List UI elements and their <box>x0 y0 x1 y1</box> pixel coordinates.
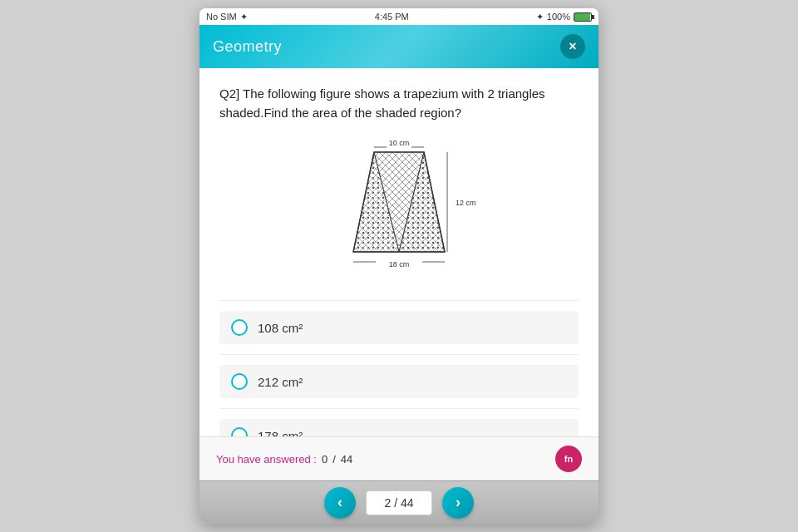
option-1-label: 108 cm² <box>258 321 303 335</box>
bluetooth-icon: ✦ <box>536 12 544 22</box>
answered-label: You have answered : <box>216 453 317 466</box>
options-list: 108 cm² 212 cm² 178 cm² <box>219 297 579 436</box>
content-area: Q2] The following figure shows a trapezi… <box>200 68 598 436</box>
option-1[interactable]: 108 cm² <box>219 311 579 344</box>
device-frame: No SIM ✦ 4:45 PM ✦ 100% Geometry × Q2] T… <box>200 8 598 524</box>
navigation-bar: ‹ 2 / 44 › <box>200 480 598 524</box>
question-body: The following figure shows a trapezium w… <box>219 86 545 120</box>
status-bar: No SIM ✦ 4:45 PM ✦ 100% <box>200 8 598 25</box>
option-3-radio[interactable] <box>231 427 248 436</box>
status-left: No SIM ✦ <box>206 12 248 22</box>
app-header: Geometry × <box>200 25 598 68</box>
question-number: Q2] <box>219 86 239 101</box>
prev-button[interactable]: ‹ <box>324 487 356 519</box>
logo-badge: fn <box>555 446 582 472</box>
option-1-radio[interactable] <box>231 319 248 336</box>
close-button[interactable]: × <box>560 34 585 59</box>
page-separator: / <box>394 496 401 510</box>
current-page: 2 <box>384 496 391 510</box>
svg-text:18 cm: 18 cm <box>389 260 410 268</box>
option-3[interactable]: 178 cm² <box>219 419 579 436</box>
option-2[interactable]: 212 cm² <box>219 365 579 398</box>
question-text: Q2] The following figure shows a trapezi… <box>219 85 579 122</box>
option-2-radio[interactable] <box>231 373 248 390</box>
answered-separator: / <box>332 453 336 466</box>
option-3-label: 178 cm² <box>258 429 303 437</box>
page-indicator: 2 / 44 <box>366 490 432 515</box>
header-title: Geometry <box>213 38 282 56</box>
status-right: ✦ 100% <box>536 12 592 22</box>
answered-current: 0 <box>322 453 328 466</box>
wifi-icon: ✦ <box>240 12 248 22</box>
next-button[interactable]: › <box>442 487 474 519</box>
figure-container: 10 cm <box>219 135 579 277</box>
time-label: 4:45 PM <box>375 12 409 22</box>
svg-text:12 cm: 12 cm <box>456 199 476 207</box>
bottom-status-bar: You have answered : 0 / 44 fn <box>200 436 598 480</box>
battery-icon <box>574 12 592 22</box>
svg-text:10 cm: 10 cm <box>389 139 410 147</box>
option-2-label: 212 cm² <box>258 375 303 389</box>
answered-total: 44 <box>341 453 352 466</box>
battery-label: 100% <box>547 12 570 22</box>
total-pages: 44 <box>401 496 414 510</box>
trapezium-figure: 10 cm <box>316 135 482 277</box>
carrier-label: No SIM <box>206 12 237 22</box>
